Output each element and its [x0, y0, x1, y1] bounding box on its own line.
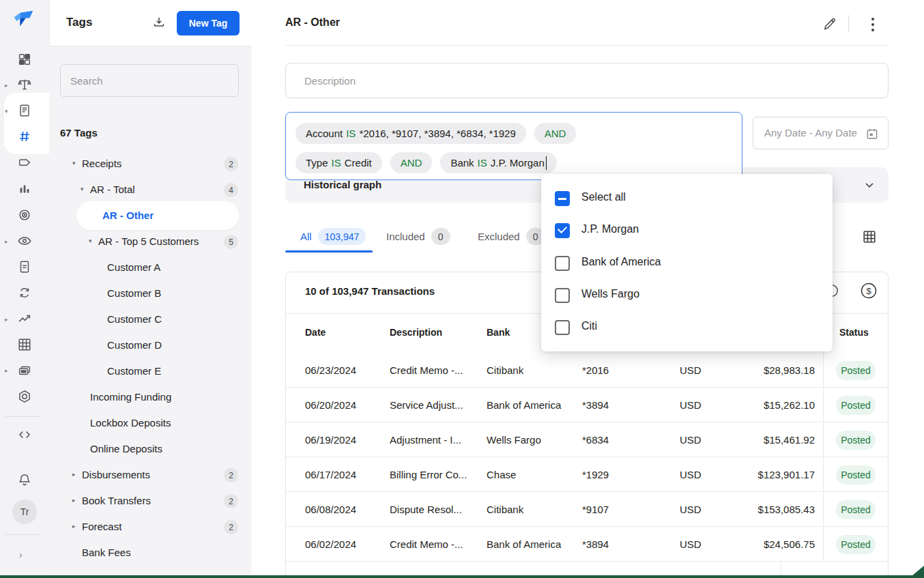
and-operator-chip[interactable]: AND	[534, 123, 577, 144]
and-operator-chip[interactable]: AND	[390, 152, 433, 173]
grid-icon[interactable]	[17, 337, 32, 352]
tab-included[interactable]: Included 0	[386, 228, 450, 245]
download-icon[interactable]	[151, 15, 167, 30]
description-input[interactable]	[285, 63, 889, 98]
tab-excluded[interactable]: Excluded 0	[478, 228, 545, 245]
unchecked-checkbox[interactable]	[555, 256, 570, 271]
code-icon[interactable]	[17, 427, 32, 442]
unchecked-checkbox[interactable]	[555, 288, 570, 303]
avatar[interactable]: Tr	[12, 500, 37, 524]
chevron-right-icon[interactable]: ▸	[72, 523, 76, 530]
chevron-down-icon[interactable]: ▾	[5, 107, 8, 115]
dropdown-option-bank-of-america[interactable]: Bank of America	[541, 247, 833, 279]
status-badge: Posted	[836, 500, 876, 519]
filter-chip-bank[interactable]: Bank IS J.P. Morgan	[440, 152, 557, 173]
currency-dollar-icon[interactable]: $	[860, 282, 878, 300]
chevron-right-icon[interactable]: ▸	[5, 315, 8, 323]
expand-rail-chevron-icon[interactable]: ›	[19, 549, 23, 560]
col-header-description[interactable]: Description	[390, 327, 442, 338]
sidebar-item-customer-a[interactable]: Customer A	[49, 255, 251, 280]
query-builder[interactable]: Account IS *2016, *9107, *3894, *6834, *…	[285, 112, 742, 180]
dashboard-icon[interactable]	[17, 52, 32, 67]
table-row[interactable]: 06/02/2024 Credit Memo -... Bank of Amer…	[286, 527, 889, 562]
table-row[interactable]: 06/19/2024 Adjustment - I... Wells Fargo…	[286, 422, 889, 457]
table-row[interactable]: 06/08/2024 Dispute Resol... Citibank *91…	[286, 492, 889, 527]
sidebar-item-lockbox-deposits[interactable]: Lockbox Deposits	[49, 410, 251, 436]
nav-rail: ▸ ▾	[0, 0, 49, 578]
count-badge: 2	[224, 157, 238, 171]
indeterminate-checkbox[interactable]	[555, 191, 570, 206]
col-header-bank[interactable]: Bank	[487, 327, 510, 338]
trovata-logo-icon[interactable]	[11, 8, 37, 34]
status-badge: Posted	[836, 396, 876, 415]
sidebar-header: Tags New Tag	[49, 0, 251, 46]
sidebar-item-disbursements[interactable]: ▸ Disbursements 2	[49, 462, 251, 488]
tab-all[interactable]: All 103,947	[300, 228, 366, 245]
chevron-down-icon[interactable]: ▾	[72, 160, 76, 167]
tags-sidebar: Tags New Tag 67 Tags ▾ Receipts 2 ▾ AR -…	[49, 0, 251, 578]
eye-icon[interactable]	[17, 233, 32, 248]
dropdown-option-select-all[interactable]: Select all	[541, 182, 833, 214]
active-nav-group-highlight	[4, 93, 49, 154]
chevron-right-icon[interactable]: ▸	[5, 366, 8, 375]
sidebar-item-online-deposits[interactable]: Online Deposits	[49, 436, 251, 462]
count-badge: 2	[224, 520, 238, 534]
filter-chip-type[interactable]: Type IS Credit	[295, 152, 382, 173]
sidebar-item-customer-b[interactable]: Customer B	[49, 280, 251, 306]
sidebar-item-bank-fees[interactable]: Bank Fees	[49, 540, 251, 566]
tab-count-badge: 0	[431, 228, 450, 245]
table-view-grid-icon[interactable]	[862, 229, 877, 244]
journal-icon[interactable]	[17, 103, 32, 118]
checked-checkbox[interactable]	[555, 223, 570, 238]
chevron-right-icon[interactable]: ▸	[72, 471, 76, 478]
edit-pencil-icon[interactable]	[822, 16, 837, 31]
filter-chip-account[interactable]: Account IS *2016, *9107, *3894, *6834, *…	[295, 123, 526, 144]
trend-icon[interactable]	[17, 311, 32, 326]
sidebar-title: Tags	[66, 16, 92, 29]
kebab-menu-icon[interactable]	[867, 17, 878, 32]
col-header-date[interactable]: Date	[305, 327, 326, 338]
count-badge: 5	[224, 235, 238, 249]
tag-icon[interactable]	[17, 156, 32, 171]
sidebar-item-book-transfers[interactable]: ▸ Book Transfers 2	[49, 488, 251, 514]
sidebar-item-customer-e[interactable]: Customer E	[49, 358, 251, 384]
dropdown-option-wells-fargo[interactable]: Wells Fargo	[541, 279, 833, 311]
hashtag-icon[interactable]	[17, 129, 32, 144]
target-icon[interactable]	[17, 207, 32, 222]
document-icon[interactable]	[17, 259, 32, 274]
bar-chart-icon[interactable]	[17, 182, 32, 197]
chevron-down-icon[interactable]	[863, 178, 876, 192]
sidebar-item-incoming-funding[interactable]: Incoming Funding	[49, 384, 251, 410]
sidebar-item-forecast[interactable]: ▸ Forecast 2	[49, 514, 251, 540]
date-range-picker[interactable]: Any Date - Any Date	[753, 117, 889, 149]
sidebar-item-customer-d[interactable]: Customer D	[49, 332, 251, 358]
table-row[interactable]: 06/20/2024 Service Adjust... Bank of Ame…	[286, 388, 889, 422]
payments-icon[interactable]	[17, 363, 32, 378]
table-row[interactable]: 06/17/2024 Billing Error Co... Chase *19…	[286, 457, 889, 492]
bell-icon[interactable]	[17, 472, 32, 487]
hexagon-icon[interactable]	[17, 389, 32, 404]
col-header-status[interactable]: Status	[839, 327, 869, 338]
sidebar-item-receipts[interactable]: ▾ Receipts 2	[49, 151, 251, 177]
search-input[interactable]	[60, 64, 239, 97]
chevron-down-icon[interactable]: ▾	[81, 186, 84, 192]
text-cursor	[546, 156, 547, 170]
chevron-right-icon[interactable]: ▸	[72, 497, 76, 504]
dropdown-option-citi[interactable]: Citi	[541, 311, 833, 343]
sync-icon[interactable]	[17, 285, 32, 300]
sidebar-item-ar-other[interactable]: AR - Other	[49, 203, 251, 229]
unchecked-checkbox[interactable]	[555, 320, 570, 335]
calendar-icon	[865, 127, 879, 141]
table-row[interactable]: 06/23/2024 Credit Memo -... Citibank *20…	[286, 353, 889, 388]
dropdown-option-jp-morgan[interactable]: J.P. Morgan	[541, 214, 833, 246]
scales-icon[interactable]	[17, 77, 32, 92]
chevron-down-icon[interactable]: ▾	[89, 237, 92, 244]
chevron-right-icon[interactable]: ▸	[5, 237, 8, 246]
sidebar-item-ar-top-5-customers[interactable]: ▾ AR - Top 5 Customers 5	[49, 229, 251, 255]
chevron-right-icon[interactable]: ▸	[5, 81, 8, 89]
tab-count-badge: 103,947	[318, 228, 366, 245]
sidebar-item-ar-total[interactable]: ▾ AR - Total 4	[49, 177, 251, 203]
page-title: AR - Other	[285, 16, 340, 29]
new-tag-button[interactable]: New Tag	[177, 11, 240, 35]
sidebar-item-customer-c[interactable]: Customer C	[49, 306, 251, 332]
